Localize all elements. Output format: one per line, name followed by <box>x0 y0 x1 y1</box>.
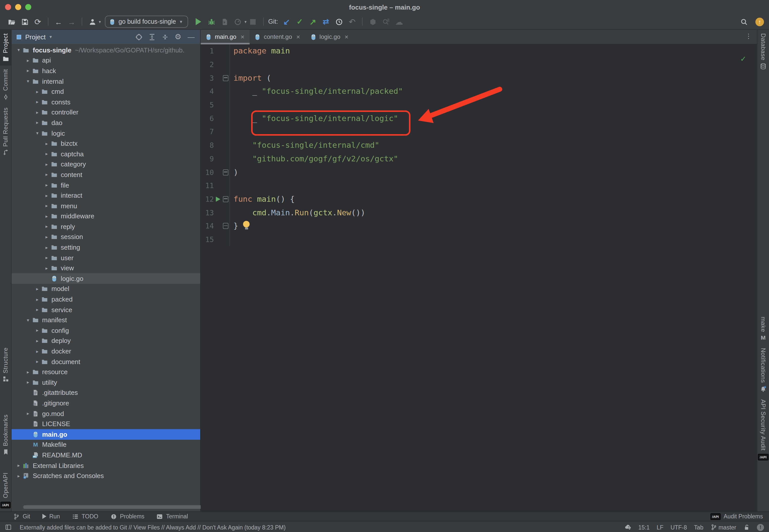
chevron-expanded-icon[interactable]: ▾ <box>24 79 32 84</box>
tree-item-category[interactable]: ▸ category <box>12 159 200 169</box>
cloud-icon[interactable]: ☁ <box>393 16 406 28</box>
close-tab-icon[interactable]: ✕ <box>296 34 300 40</box>
toolwindow-button-todo[interactable]: TODO <box>72 513 98 520</box>
close-window-button[interactable] <box>5 4 11 10</box>
tree-item-reply[interactable]: ▸ reply <box>12 221 200 232</box>
tree-item-.gitattributes[interactable]: .gitattributes <box>12 388 200 398</box>
navigate-forward-icon[interactable]: → <box>65 16 78 28</box>
code-line-8[interactable]: 8 "focus-single/internal/cmd" <box>201 139 757 152</box>
run-with-coverage-icon[interactable] <box>218 16 231 28</box>
code-line-7[interactable]: 7 <box>201 125 757 138</box>
code-editor[interactable]: 1 package main 2 3 import ( 4 _ "focus-s… <box>201 44 757 511</box>
chevron-collapsed-icon[interactable]: ▸ <box>33 349 41 354</box>
chevron-collapsed-icon[interactable]: ▸ <box>43 141 51 146</box>
tree-item-logic.go[interactable]: logic.go <box>12 273 200 284</box>
chevron-collapsed-icon[interactable]: ▸ <box>15 463 23 468</box>
tree-item-internal[interactable]: ▾ internal <box>12 76 200 86</box>
toolwindow-button-run[interactable]: Run <box>42 513 60 519</box>
tree-item-deploy[interactable]: ▸ deploy <box>12 336 200 346</box>
intention-bulb-icon[interactable] <box>243 221 250 229</box>
chevron-expanded-icon[interactable]: ▾ <box>24 317 32 322</box>
chevron-expanded-icon[interactable]: ▾ <box>33 131 41 136</box>
git-push-icon[interactable]: ↗ <box>306 16 319 28</box>
search-icon[interactable] <box>737 16 750 28</box>
expand-all-icon[interactable] <box>147 33 157 41</box>
tool-stripe-project[interactable]: Project <box>0 30 11 66</box>
event-log-icon[interactable]: ! <box>757 524 764 531</box>
tree-item-.gitignore[interactable]: .gitignore <box>12 398 200 408</box>
chevron-collapsed-icon[interactable]: ▸ <box>33 120 41 125</box>
chevron-collapsed-icon[interactable]: ▸ <box>24 369 32 374</box>
tab-content.go[interactable]: content.go ✕ <box>250 30 305 44</box>
debug-button[interactable] <box>205 16 218 28</box>
history-icon[interactable] <box>333 16 346 28</box>
tree-item-resource[interactable]: ▸ resource <box>12 367 200 377</box>
tree-item-focus-single[interactable]: ▾ focus-single ~/Workspace/Go/GOPATH/src… <box>12 45 200 55</box>
chevron-collapsed-icon[interactable]: ▸ <box>43 151 51 156</box>
code-line-5[interactable]: 5 <box>201 98 757 112</box>
tree-item-content[interactable]: ▸ content <box>12 169 200 180</box>
locate-file-icon[interactable] <box>134 33 144 41</box>
fold-marker-icon[interactable] <box>223 75 228 81</box>
open-icon[interactable] <box>5 16 18 28</box>
tree-item-middleware[interactable]: ▸ middleware <box>12 211 200 221</box>
tree-item-README.MD[interactable]: MD README.MD <box>12 450 200 460</box>
tree-item-main.go[interactable]: main.go <box>12 429 200 439</box>
code-line-13[interactable]: 13 cmd.Main.Run(gctx.New()) <box>201 206 757 219</box>
git-fetch-icon[interactable]: ⇄ <box>319 16 333 28</box>
code-line-11[interactable]: 11 <box>201 179 757 192</box>
tool-stripe-make[interactable]: make M <box>757 313 769 344</box>
line-separator-widget[interactable]: LF <box>657 524 664 530</box>
chevron-down-icon[interactable]: ▼ <box>49 35 53 39</box>
chevron-collapsed-icon[interactable]: ▸ <box>33 328 41 333</box>
code-line-9[interactable]: 9 "github.com/gogf/gf/v2/os/gctx" <box>201 152 757 165</box>
toolwindow-button-terminal[interactable]: Terminal <box>157 513 188 520</box>
chevron-collapsed-icon[interactable]: ▸ <box>33 286 41 291</box>
layout-icon[interactable] <box>5 524 12 530</box>
toolwindow-button-git[interactable]: Git <box>13 513 30 520</box>
rollback-icon[interactable]: ↶ <box>346 16 359 28</box>
code-line-1[interactable]: 1 package main <box>201 44 757 58</box>
tool-stripe-database[interactable]: Database <box>757 30 769 73</box>
close-tab-icon[interactable]: ✕ <box>344 34 349 40</box>
tree-item-menu[interactable]: ▸ menu <box>12 201 200 211</box>
chevron-collapsed-icon[interactable]: ▸ <box>43 214 51 219</box>
code-line-10[interactable]: 10 ) <box>201 165 757 179</box>
code-line-6[interactable]: 6 _ "focus-single/internal/logic" <box>201 112 757 125</box>
navigate-back-icon[interactable]: ← <box>52 16 65 28</box>
tab-main.go[interactable]: main.go ✕ <box>201 30 250 44</box>
tool-stripe-notifications[interactable]: Notifications <box>757 345 769 396</box>
tree-item-packed[interactable]: ▸ packed <box>12 294 200 305</box>
update-available-icon[interactable]: ↑ <box>755 17 764 26</box>
profiler-icon[interactable] <box>231 16 245 28</box>
code-line-4[interactable]: 4 _ "focus-single/internal/packed" <box>201 85 757 98</box>
chevron-collapsed-icon[interactable]: ▸ <box>33 297 41 302</box>
caret-position-widget[interactable]: 15:1 <box>638 524 650 530</box>
chevron-expanded-icon[interactable]: ▾ <box>15 48 23 53</box>
user-profile-icon[interactable] <box>86 16 99 28</box>
tree-item-captcha[interactable]: ▸ captcha <box>12 149 200 159</box>
tool-stripe-commit[interactable]: Commit <box>0 66 11 104</box>
minimize-window-button[interactable] <box>15 4 21 10</box>
tree-item-view[interactable]: ▸ view <box>12 263 200 273</box>
chevron-collapsed-icon[interactable]: ▸ <box>33 110 41 115</box>
tool-stripe-structure[interactable]: Structure <box>0 344 11 386</box>
code-line-3[interactable]: 3 import ( <box>201 71 757 85</box>
code-line-2[interactable]: 2 <box>201 58 757 71</box>
tree-item-External Libraries[interactable]: ▸ External Libraries <box>12 460 200 471</box>
chevron-collapsed-icon[interactable]: ▸ <box>43 234 51 240</box>
chevron-collapsed-icon[interactable]: ▸ <box>43 255 51 260</box>
code-line-14[interactable]: 14 } <box>201 219 757 233</box>
git-branch-widget[interactable]: master <box>711 524 736 530</box>
inspections-ok-icon[interactable]: ✓ <box>741 53 746 64</box>
tree-item-hack[interactable]: ▸ hack <box>12 66 200 76</box>
tree-item-controller[interactable]: ▸ controller <box>12 107 200 117</box>
tree-item-go.mod[interactable]: ▸ go.mod <box>12 408 200 419</box>
close-tab-icon[interactable]: ✕ <box>240 34 245 40</box>
cloud-settings-icon[interactable]: ? <box>625 524 631 530</box>
chevron-collapsed-icon[interactable]: ▸ <box>43 193 51 198</box>
run-main-gutter-icon[interactable] <box>216 197 220 202</box>
tree-item-api[interactable]: ▸ api <box>12 55 200 66</box>
chevron-collapsed-icon[interactable]: ▸ <box>43 203 51 208</box>
code-line-15[interactable]: 15 <box>201 233 757 246</box>
